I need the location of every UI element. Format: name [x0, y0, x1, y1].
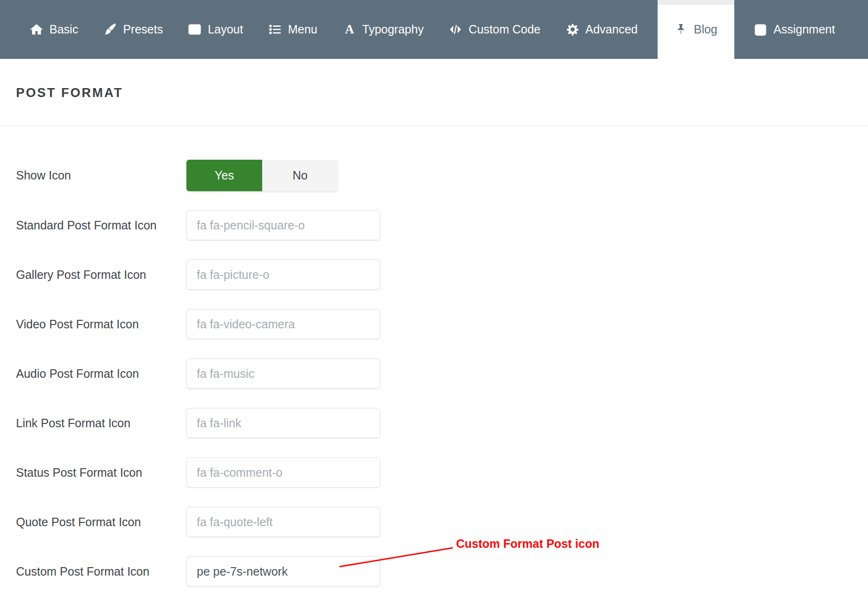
thumbtack-icon — [675, 23, 687, 36]
tab-basic[interactable]: Basic — [24, 0, 84, 59]
audio-post-format-icon-row: Audio Post Format Icon — [16, 358, 868, 389]
tab-typography[interactable]: ATypography — [338, 0, 430, 59]
status-post-format-icon-input[interactable] — [186, 457, 380, 488]
standard-post-format-icon-input[interactable] — [186, 210, 380, 240]
post-format-form: Show Icon Yes No Standard Post Format Ic… — [0, 126, 868, 586]
tab-assignment[interactable]: Assignment — [748, 0, 841, 59]
show-icon-label: Show Icon — [16, 169, 186, 182]
tab-label: Custom Code — [468, 23, 540, 36]
custom-post-format-icon-label: Custom Post Format Icon — [16, 565, 186, 578]
tab-label: Layout — [208, 23, 243, 36]
tab-blog[interactable]: Blog — [658, 0, 734, 59]
standard-post-format-icon-row: Standard Post Format Icon — [16, 210, 868, 240]
tab-label: Advanced — [586, 23, 638, 36]
audio-post-format-icon-input[interactable] — [186, 358, 380, 389]
tab-custom-code[interactable]: Custom Code — [443, 0, 546, 59]
list-alt-icon — [188, 23, 201, 36]
quote-post-format-icon-label: Quote Post Format Icon — [16, 515, 186, 529]
link-post-format-icon-row: Link Post Format Icon — [16, 408, 868, 438]
status-post-format-icon-label: Status Post Format Icon — [16, 466, 186, 480]
show-icon-toggle: Yes No — [186, 160, 338, 191]
gear-icon — [566, 23, 579, 36]
show-icon-no-button[interactable]: No — [262, 160, 338, 191]
font-icon: A — [343, 23, 356, 36]
tab-layout[interactable]: Layout — [183, 0, 249, 59]
annotation-label: Custom Format Post icon — [456, 537, 599, 551]
audio-post-format-icon-label: Audio Post Format Icon — [16, 367, 186, 381]
tab-menu[interactable]: Menu — [263, 0, 323, 59]
tab-label: Typography — [362, 23, 424, 36]
status-post-format-icon-row: Status Post Format Icon — [16, 457, 868, 488]
show-icon-yes-button[interactable]: Yes — [186, 160, 262, 191]
tab-label: Basic — [49, 23, 78, 36]
quote-post-format-icon-row: Quote Post Format Icon — [16, 507, 868, 537]
paint-brush-icon — [104, 23, 116, 36]
link-post-format-icon-label: Link Post Format Icon — [16, 416, 186, 430]
link-post-format-icon-input[interactable] — [186, 408, 380, 438]
custom-post-format-icon-row: Custom Post Format Icon — [16, 556, 868, 586]
standard-post-format-icon-label: Standard Post Format Icon — [16, 219, 186, 232]
quote-post-format-icon-input[interactable] — [186, 507, 380, 537]
list-icon — [269, 23, 281, 36]
tab-label: Menu — [288, 23, 318, 36]
code-icon — [449, 23, 462, 36]
page-title: POST FORMAT — [16, 86, 868, 100]
tab-advanced[interactable]: Advanced — [561, 0, 643, 59]
show-icon-row: Show Icon Yes No — [16, 160, 868, 191]
settings-tab-bar: BasicPresetsLayoutMenuATypographyCustom … — [0, 0, 868, 59]
tab-label: Assignment — [773, 23, 835, 36]
check-square-icon — [754, 23, 767, 36]
video-post-format-icon-label: Video Post Format Icon — [16, 317, 186, 331]
section-header: POST FORMAT — [0, 59, 868, 100]
custom-post-format-icon-input[interactable] — [186, 556, 380, 586]
video-post-format-icon-input[interactable] — [186, 309, 380, 339]
tab-label: Presets — [123, 23, 163, 36]
svg-text:A: A — [345, 23, 354, 36]
gallery-post-format-icon-row: Gallery Post Format Icon — [16, 260, 868, 290]
tab-label: Blog — [694, 23, 717, 36]
video-post-format-icon-row: Video Post Format Icon — [16, 309, 868, 339]
tab-presets[interactable]: Presets — [98, 0, 169, 59]
home-icon — [30, 23, 43, 36]
gallery-post-format-icon-input[interactable] — [186, 260, 380, 290]
gallery-post-format-icon-label: Gallery Post Format Icon — [16, 268, 186, 282]
